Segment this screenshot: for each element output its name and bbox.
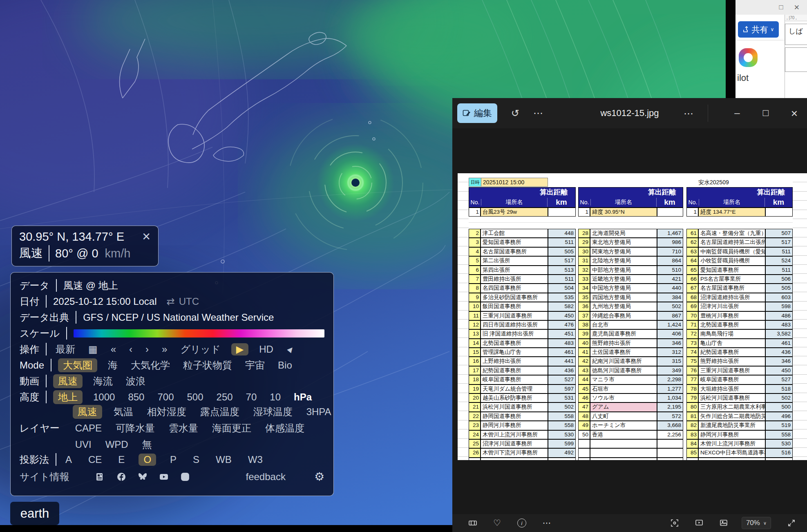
instagram-icon[interactable] bbox=[179, 471, 191, 483]
option-«[interactable]: « bbox=[108, 343, 118, 355]
more-options-icon[interactable]: ⋯ bbox=[543, 518, 551, 528]
option-相対湿度[interactable]: 相対湿度 bbox=[145, 405, 189, 419]
edit-image-icon bbox=[463, 109, 471, 117]
option-W3[interactable]: W3 bbox=[246, 454, 265, 466]
more-options-icon[interactable]: ⋯ bbox=[684, 108, 693, 119]
option-大気圏[interactable]: 大気圏 bbox=[58, 358, 97, 372]
share-button[interactable]: 共有 ∨ bbox=[738, 21, 779, 38]
option-最新[interactable]: 最新 bbox=[53, 342, 78, 356]
locate-icon[interactable]: ▲ bbox=[282, 340, 300, 358]
option-UVI[interactable]: UVI bbox=[73, 438, 94, 451]
option-グリッド[interactable]: グリッド bbox=[178, 342, 223, 356]
word-maximize-button[interactable]: □ bbox=[779, 3, 783, 11]
info-icon[interactable]: i bbox=[517, 519, 526, 528]
option-海流[interactable]: 海流 bbox=[91, 374, 115, 388]
youtube-icon[interactable] bbox=[158, 471, 170, 483]
option-1000[interactable]: 1000 bbox=[91, 391, 117, 403]
option-P[interactable]: P bbox=[168, 454, 179, 466]
row-place-name: 台北市 bbox=[590, 320, 657, 329]
option-風速[interactable]: 風速 bbox=[53, 374, 83, 388]
favorite-heart-icon[interactable]: ♡ bbox=[493, 518, 501, 528]
option-WB[interactable]: WB bbox=[213, 454, 234, 466]
option-露点温度[interactable]: 露点温度 bbox=[198, 405, 242, 419]
table-row bbox=[469, 458, 807, 460]
utc-toggle[interactable]: UTC bbox=[179, 296, 199, 307]
option-A[interactable]: A bbox=[63, 454, 74, 466]
settings-gear-icon[interactable]: ⚙ bbox=[314, 470, 324, 483]
option-大気化学[interactable]: 大気化学 bbox=[128, 358, 172, 372]
more-options-icon[interactable]: ⋯ bbox=[533, 107, 543, 119]
rotate-icon[interactable]: ↺ bbox=[511, 107, 519, 119]
news-icon[interactable] bbox=[94, 471, 106, 483]
zoom-fit-icon[interactable] bbox=[671, 519, 679, 527]
option-湿球温度[interactable]: 湿球温度 bbox=[251, 405, 295, 419]
copilot-icon[interactable] bbox=[739, 48, 758, 67]
earth-menu-button[interactable]: earth bbox=[10, 502, 59, 525]
option-70[interactable]: 70 bbox=[244, 391, 259, 403]
row1-no: 1 bbox=[686, 208, 698, 217]
option-250[interactable]: 250 bbox=[214, 391, 235, 403]
row-place-name: 徳島河川国道事務所 bbox=[590, 366, 657, 375]
option-可降水量[interactable]: 可降水量 bbox=[113, 421, 157, 435]
edit-button[interactable]: 編集 bbox=[457, 103, 497, 123]
row1-km bbox=[548, 208, 576, 217]
option-風速[interactable]: 風速 bbox=[73, 405, 102, 419]
row-no: 12 bbox=[469, 320, 481, 329]
row-distance-km: 492 bbox=[548, 448, 576, 457]
close-button[interactable]: × bbox=[788, 107, 800, 120]
document-cell[interactable] bbox=[785, 47, 807, 72]
option-CE[interactable]: CE bbox=[86, 454, 104, 466]
play-icon[interactable]: ▶ bbox=[231, 343, 248, 355]
row-place-name: 三方原用水二期農業水利事業 bbox=[698, 402, 765, 411]
option-波浪[interactable]: 波浪 bbox=[123, 374, 148, 388]
option-3HPA[interactable]: 3HPA bbox=[304, 406, 334, 418]
option-O[interactable]: O bbox=[139, 454, 156, 466]
data-value[interactable]: 風速 @ 地上 bbox=[63, 279, 118, 292]
slideshow-icon[interactable] bbox=[695, 519, 703, 527]
facebook-icon[interactable] bbox=[115, 471, 127, 483]
fullscreen-icon[interactable] bbox=[787, 519, 796, 527]
option-雲水量[interactable]: 雲水量 bbox=[166, 421, 201, 435]
zoom-level-dropdown[interactable]: 70% ∨ bbox=[742, 517, 771, 529]
color-scale-bar[interactable] bbox=[74, 329, 324, 338]
row-distance-km: 504 bbox=[548, 284, 576, 293]
row-distance-km: 450 bbox=[548, 311, 576, 320]
option-宇宙[interactable]: 宇宙 bbox=[243, 358, 267, 372]
option-700[interactable]: 700 bbox=[155, 391, 176, 403]
option-›[interactable]: › bbox=[143, 343, 151, 355]
option-気温[interactable]: 気温 bbox=[111, 405, 136, 419]
site-info-link[interactable]: サイト情報 bbox=[20, 470, 69, 483]
option-体感温度[interactable]: 体感温度 bbox=[263, 421, 307, 435]
utc-toggle-icon[interactable]: ⇄ bbox=[167, 296, 175, 307]
image-icon[interactable] bbox=[720, 519, 728, 527]
bluesky-icon[interactable] bbox=[136, 471, 149, 483]
option-850[interactable]: 850 bbox=[125, 391, 147, 403]
option-粒子状物質[interactable]: 粒子状物質 bbox=[181, 358, 235, 372]
filmstrip-icon[interactable] bbox=[469, 519, 477, 527]
share-icon bbox=[743, 26, 749, 33]
row-distance-km: 451 bbox=[548, 329, 576, 338]
option-10[interactable]: 10 bbox=[267, 391, 283, 403]
option-海面更正[interactable]: 海面更正 bbox=[210, 421, 254, 435]
option-S[interactable]: S bbox=[190, 454, 202, 466]
minimize-button[interactable]: – bbox=[731, 107, 743, 118]
option-Bio[interactable]: Bio bbox=[275, 359, 295, 371]
option-HD[interactable]: HD bbox=[257, 343, 276, 355]
row-distance-km: 450 bbox=[765, 366, 793, 375]
document-cell[interactable]: しば bbox=[785, 24, 807, 45]
close-icon[interactable]: ✕ bbox=[142, 230, 151, 243]
distance-header: 算出距離 bbox=[749, 188, 793, 198]
option-CAPE[interactable]: CAPE bbox=[73, 422, 104, 434]
maximize-button[interactable]: □ bbox=[760, 107, 772, 118]
option-無[interactable]: 無 bbox=[140, 438, 154, 452]
option-500[interactable]: 500 bbox=[184, 391, 206, 403]
option-海[interactable]: 海 bbox=[105, 358, 120, 372]
feedback-link[interactable]: feedback bbox=[246, 471, 285, 483]
option-地上[interactable]: 地上 bbox=[53, 390, 83, 404]
word-close-button[interactable]: ✕ bbox=[794, 3, 800, 12]
option-‹[interactable]: ‹ bbox=[127, 343, 135, 355]
calendar-icon[interactable]: ▦ bbox=[86, 343, 100, 355]
option-»[interactable]: » bbox=[159, 343, 170, 355]
option-E[interactable]: E bbox=[116, 454, 127, 466]
option-WPD[interactable]: WPD bbox=[103, 438, 131, 451]
